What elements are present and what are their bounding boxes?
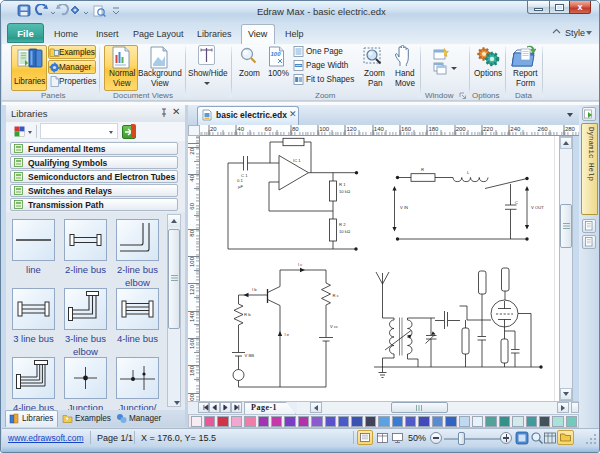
svg-text:100: 100	[271, 51, 282, 57]
svg-text:R b: R b	[244, 312, 251, 317]
svg-text:V cc: V cc	[330, 324, 338, 329]
svg-text:C 1: C 1	[241, 173, 248, 178]
svg-text:0.1: 0.1	[237, 178, 243, 183]
svg-text:10 kΩ: 10 kΩ	[339, 229, 350, 234]
svg-text:L: L	[467, 170, 470, 175]
svg-text:V BB: V BB	[245, 353, 255, 358]
svg-text:R 2: R 2	[339, 222, 346, 227]
svg-text:R 1: R 1	[339, 182, 346, 187]
svg-text:V IN: V IN	[400, 205, 408, 210]
svg-text:IC 1: IC 1	[293, 158, 301, 163]
svg-text:10 kΩ: 10 kΩ	[339, 189, 350, 194]
svg-text:µF: µF	[238, 184, 243, 189]
svg-text:C: C	[515, 200, 518, 205]
svg-text:I c: I c	[298, 262, 302, 267]
svg-text:I e: I e	[285, 332, 290, 337]
svg-text:I b: I b	[252, 287, 257, 292]
svg-text:R: R	[421, 167, 424, 172]
svg-text:R c: R c	[333, 293, 339, 298]
svg-text:V OUT: V OUT	[531, 205, 544, 210]
